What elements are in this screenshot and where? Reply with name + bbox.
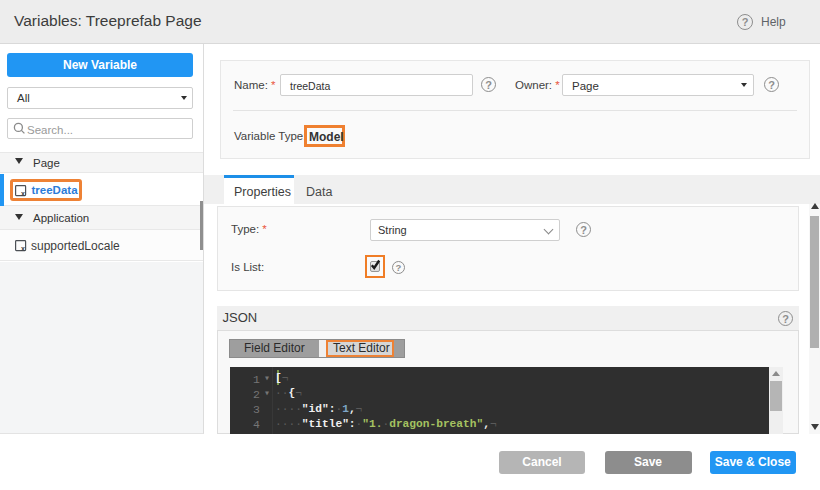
svg-text:x: x [21, 245, 25, 252]
svg-text:x: x [21, 190, 25, 197]
